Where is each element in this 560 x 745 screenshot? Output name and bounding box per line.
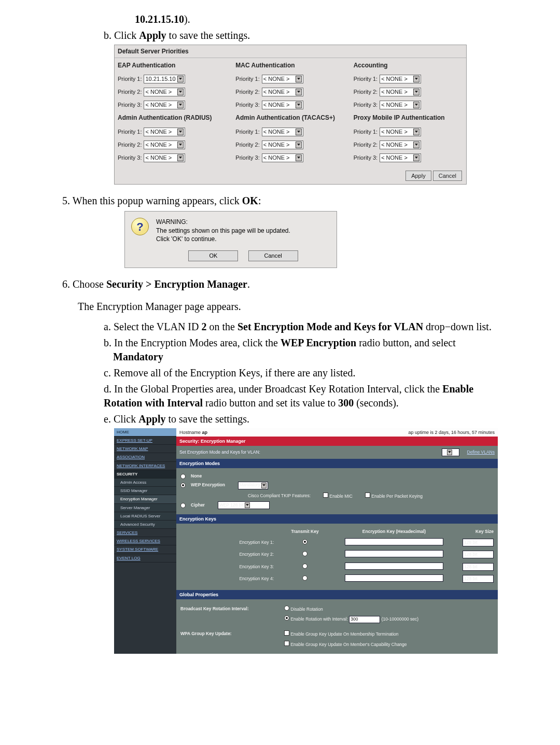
sidebar-admin-access[interactable]: Admin Access [114,479,176,487]
tx-key-3-radio[interactable] [302,564,307,569]
key1-input[interactable] [345,538,443,545]
sidebar-server-manager[interactable]: Server Manager [114,504,176,512]
mode-none-radio[interactable] [180,474,186,479]
sidebar-local-radius[interactable]: Local RADIUS Server [114,512,176,521]
admin-radius-p3-select[interactable]: < NONE > [144,153,185,162]
admin-tacacs-p3-select[interactable]: < NONE > [262,153,303,162]
acct-p2-label: Priority 2: [354,88,377,96]
chevron-down-icon [296,142,302,148]
chevron-down-icon [413,76,419,82]
wpa1-label: Enable Group Key Update On Membership Te… [290,631,398,637]
sidebar-security[interactable]: SECURITY [114,470,176,479]
chevron-down-icon [177,102,184,108]
wpa-update-capability-checkbox[interactable] [284,641,289,646]
chevron-down-icon [245,502,250,508]
key4-size-select[interactable]: 128 bit [463,575,494,583]
ip-tail: ). [184,13,190,25]
key2-size-select[interactable]: 128 bit [463,551,494,558]
sidebar: HOME EXPRESS SET-UP NETWORK MAP ASSOCIAT… [114,428,176,654]
tx-key-1-radio[interactable] [302,539,307,544]
eap-auth-header: EAP Authentication [118,61,227,69]
hostname-label: Hostname [179,430,201,435]
sidebar-express-setup[interactable]: EXPRESS SET-UP [114,437,176,445]
sidebar-network-interfaces[interactable]: NETWORK INTERFACES [114,462,176,470]
step5-post: : [258,195,261,206]
proxy-p1-select[interactable]: < NONE > [380,128,421,136]
wpa-update-termination-checkbox[interactable] [284,630,289,636]
key4-input[interactable] [345,574,443,582]
acct-p2-select[interactable]: < NONE > [380,88,421,96]
cancel-button[interactable]: Cancel [248,250,298,261]
wep-mode-select[interactable]: Mandatory [238,482,268,489]
key3-input[interactable] [345,563,443,570]
sidebar-system-software[interactable]: SYSTEM SOFTWARE [114,545,176,554]
sidebar-services[interactable]: SERVICES [114,529,176,537]
chevron-down-icon [413,154,419,161]
panel-title: Default Server Priorities [115,45,466,58]
acct-p3-select[interactable]: < NONE > [380,101,421,109]
key3-size-select[interactable]: 128 bit [463,563,494,571]
admin-tacacs-p2-select[interactable]: < NONE > [262,140,303,149]
mac-p2-select[interactable]: < NONE > [262,88,303,96]
chevron-down-icon [296,102,302,108]
admin-radius-header: Admin Authentication (RADIUS) [118,114,227,122]
step6-pre: 6. Choose [62,278,106,290]
sidebar-home[interactable]: HOME [114,428,176,437]
eap-p1-select[interactable]: 10.21.15.10 [144,75,185,83]
step-b-pre: b. Click [104,30,139,41]
proxy-p3-select[interactable]: < NONE > [380,153,421,162]
rotation-interval-input[interactable]: 300 [349,616,380,623]
eap-p1-label: Priority 1: [118,75,142,83]
sidebar-network-map[interactable]: NETWORK MAP [114,445,176,453]
sidebar-event-log[interactable]: EVENT LOG [114,554,176,563]
admin-tacacs-p1-select[interactable]: < NONE > [262,128,303,136]
eap-p3-select[interactable]: < NONE > [144,101,185,109]
key1-label: Encryption Key 1: [180,540,279,545]
mac-p3-select[interactable]: < NONE > [262,101,303,109]
apply-button[interactable]: Apply [405,171,431,181]
mode-cipher-radio[interactable] [180,503,186,508]
enable-rotation-radio[interactable] [284,615,289,621]
encryption-manager-panel: HOME EXPRESS SET-UP NETWORK MAP ASSOCIAT… [114,428,498,654]
cancel-button[interactable]: Cancel [433,171,462,181]
hex-key-header: Encryption Key (Hexadecimal) [331,529,457,535]
vlan-select[interactable]: 2 [442,448,459,456]
chevron-down-icon [413,102,419,108]
key2-label: Encryption Key 2: [180,552,279,557]
chevron-down-icon [413,89,419,95]
mode-none-label: None [191,473,202,479]
warning-line2: Click 'OK' to continue. [156,235,330,243]
eap-p2-select[interactable]: < NONE > [144,88,185,96]
admin-radius-p2-select[interactable]: < NONE > [144,140,185,149]
tx-key-2-radio[interactable] [302,551,307,556]
cisco-tkip-label: Cisco Compliant TKIP Features: [248,493,311,499]
step6-post: . [247,278,250,290]
chevron-down-icon [296,129,302,135]
ppk-checkbox[interactable] [365,493,370,498]
disable-rotation-radio[interactable] [284,606,289,611]
enable-mic-checkbox[interactable] [323,493,328,498]
chevron-down-icon [296,89,302,95]
sidebar-ssid-manager[interactable]: SSID Manager [114,487,176,495]
wpa2-label: Enable Group Key Update On Member's Capa… [290,642,407,647]
key-row-3: Encryption Key 3: 128 bit [180,563,494,571]
admin-radius-p1-select[interactable]: < NONE > [144,128,185,136]
key1-size-select[interactable]: 128 bit [463,539,494,546]
eap-p2-label: Priority 2: [118,88,142,96]
cipher-select[interactable]: WEP 128 bit [218,501,270,509]
wpa-group-key-label: WPA Group Key Update: [180,631,279,637]
mode-wep-radio[interactable] [180,483,186,488]
chevron-down-icon [177,154,184,161]
define-vlans-link[interactable]: Define VLANs [467,449,495,455]
sidebar-wireless-services[interactable]: WIRELESS SERVICES [114,537,176,545]
proxy-p2-select[interactable]: < NONE > [380,140,421,149]
rotation-range: (10-10000000 sec) [382,616,418,622]
sidebar-association[interactable]: ASSOCIATION [114,453,176,461]
ok-button[interactable]: OK [188,250,238,261]
key2-input[interactable] [345,550,443,557]
sidebar-advanced-security[interactable]: Advanced Security [114,521,176,529]
mac-p1-select[interactable]: < NONE > [262,75,303,83]
sidebar-encryption-manager[interactable]: Encryption Manager [114,495,176,503]
tx-key-4-radio[interactable] [302,575,307,581]
acct-p1-select[interactable]: < NONE > [380,75,421,83]
